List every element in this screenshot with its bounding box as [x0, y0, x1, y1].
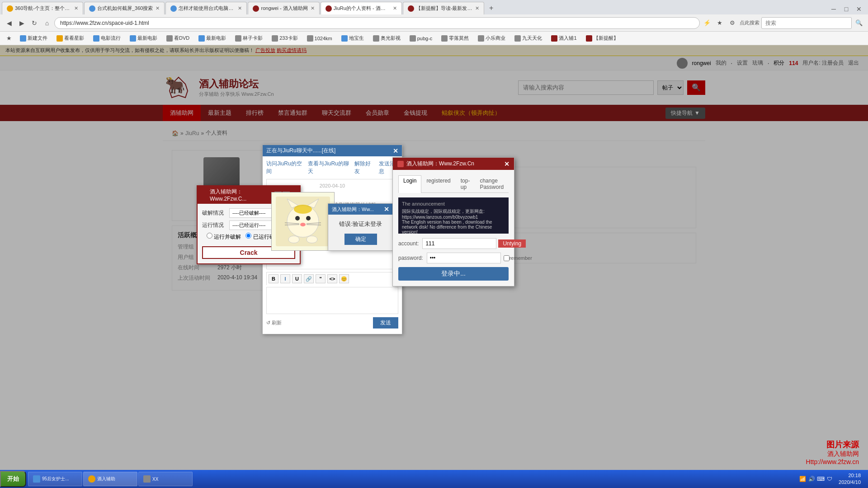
watermark-line3: Http://www.2fzw.cn: [806, 458, 859, 465]
tab-4[interactable]: rongwei - 酒入辅助网 ✕: [248, 2, 319, 14]
tab-close-4[interactable]: ✕: [311, 5, 315, 11]
login-tab-register[interactable]: registered: [421, 175, 455, 192]
chat-tool-italic[interactable]: I: [280, 274, 290, 283]
tab-close-1[interactable]: ✕: [74, 5, 78, 11]
tab-1[interactable]: 360导航-个主页：整个世界 ✕: [2, 2, 83, 14]
bookmark-new[interactable]: 新建文件: [16, 34, 51, 42]
start-button[interactable]: 开始: [0, 471, 26, 487]
bookmark-linzi[interactable]: 林子卡影: [231, 34, 266, 42]
url-input[interactable]: [54, 17, 700, 29]
chat-actions: 访问JiuRu的空间 查看与JiuRu的聊天 解除好友 发送消息: [266, 160, 398, 175]
bookmark-xiaole[interactable]: 小乐商业: [474, 34, 509, 42]
bookmark-233[interactable]: 233卡影: [268, 34, 301, 42]
search-go-icon[interactable]: 🔍: [854, 18, 864, 28]
login-title-bar: 酒入辅助网：Www.2Fzw.Cn ✕: [393, 158, 514, 170]
back-button[interactable]: ◀: [4, 18, 14, 28]
bookmark-notice[interactable]: 【新提醒】: [582, 34, 622, 42]
chat-tool-bold[interactable]: B: [269, 274, 278, 283]
svg-point-5: [306, 216, 311, 221]
tray-icon-2[interactable]: 🔊: [808, 475, 815, 483]
login-remember-checkbox[interactable]: [504, 255, 509, 261]
taskbar-browser-item[interactable]: 酒入辅助: [83, 472, 137, 486]
bookmark-geo[interactable]: 地宝生: [338, 34, 368, 42]
search-label: 点此搜索: [740, 19, 760, 26]
login-tab-login[interactable]: Login: [398, 175, 421, 193]
taskbar-app-item[interactable]: XX: [138, 472, 193, 486]
win-taskbar: 开始 95后女护士... 酒入辅助 XX 📶 🔊 ⌨ 🛡 20:18 2020/…: [0, 470, 868, 488]
login-password-input[interactable]: [427, 253, 501, 263]
bookmark-9day[interactable]: 九天天化: [511, 34, 546, 42]
svg-point-6: [300, 223, 306, 226]
tab-2[interactable]: 台式机如何截屏_360搜索 ✕: [84, 2, 165, 14]
chat-tool-link[interactable]: 🔗: [304, 274, 314, 283]
bookmark-1024[interactable]: 1024km: [303, 34, 336, 42]
bookmark-new-movie[interactable]: 最新电影: [126, 34, 161, 42]
tab-3[interactable]: 怎样才能使用台式电脑的截屏方... ✕: [165, 2, 247, 14]
forward-button[interactable]: ▶: [16, 18, 27, 28]
login-submit-button[interactable]: 登录中...: [398, 267, 509, 281]
maximize-button[interactable]: □: [841, 4, 852, 14]
bookmark-233-icon: [272, 35, 278, 42]
taskbar-news-item[interactable]: 95后女护士...: [28, 472, 82, 486]
bookmark-movie1[interactable]: 看看星影: [53, 34, 88, 42]
login-password-field: password: remember: [398, 253, 509, 263]
bookmark-notice-icon: [586, 35, 592, 42]
bookmark-dvd[interactable]: 看DVD: [163, 34, 193, 42]
visit-space-link[interactable]: 访问JiuRu的空间: [266, 160, 303, 175]
tray-icon-4[interactable]: 🛡: [826, 475, 833, 483]
refresh-button[interactable]: ↻: [29, 18, 40, 28]
cheat-radio-run-input[interactable]: [207, 233, 212, 239]
error-ok-button[interactable]: 确定: [344, 234, 377, 245]
chat-tool-code[interactable]: <>: [327, 274, 337, 283]
tab-bar: 360导航-个主页：整个世界 ✕ 台式机如何截屏_360搜索 ✕ 怎样才能使用台…: [0, 0, 868, 14]
content-area: 本站资源来自互联网用户收集发布，仅供用于学习与交流，如有侵权之处，请联系站长并出…: [0, 45, 868, 488]
view-history-link[interactable]: 查看与JiuRu的聊天: [308, 160, 350, 175]
bookmark-jiu[interactable]: 酒入辅1: [547, 34, 580, 42]
tab-5[interactable]: JiuRu的个人资料 - 酒入辅助网 ✕: [321, 2, 402, 14]
chat-input[interactable]: [266, 287, 398, 314]
login-tab-topup[interactable]: top-up: [456, 175, 475, 192]
tray-icon-3[interactable]: ⌨: [817, 475, 824, 483]
tab-close-5[interactable]: ✕: [393, 5, 397, 11]
bookmark-star-icon[interactable]: ★: [4, 33, 14, 44]
tab-close-2[interactable]: ✕: [156, 5, 160, 11]
tab-icon-3: [170, 5, 177, 12]
tab-close-3[interactable]: ✕: [238, 5, 242, 11]
untying-button[interactable]: Untying: [498, 239, 526, 248]
login-tab-changepw[interactable]: change Password: [475, 175, 509, 192]
image-window: [271, 192, 335, 251]
close-button[interactable]: ✕: [854, 4, 864, 14]
tab-close-6[interactable]: ✕: [475, 5, 479, 11]
bookmark-latest-icon: [198, 35, 205, 42]
bookmark-latest[interactable]: 最新电影: [195, 34, 230, 42]
tools-icon[interactable]: ⚙: [727, 18, 738, 28]
browser-search-input[interactable]: [761, 17, 852, 29]
chat-close-button[interactable]: ✕: [393, 147, 398, 155]
tab-6[interactable]: 【新提醒】导读-最新发布 - 九... ✕: [403, 2, 484, 14]
watermark-line2: 酒入辅助网: [806, 450, 859, 458]
login-account-input[interactable]: [422, 238, 496, 249]
remove-friend-chat-link[interactable]: 解除好友: [354, 160, 374, 175]
bookmark-zero[interactable]: 零落莫然: [438, 34, 472, 42]
chat-tool-underline[interactable]: U: [292, 274, 302, 283]
bookmark-film[interactable]: 电影流行: [90, 34, 124, 42]
minimize-button[interactable]: ─: [828, 4, 839, 14]
cheat-radio-run[interactable]: 运行并破解: [207, 233, 241, 241]
error-close-button[interactable]: ✕: [384, 206, 389, 213]
cheat-title-icon: [201, 192, 207, 198]
bookmark-pubg[interactable]: pubg-c: [406, 34, 436, 42]
chat-tool-quote[interactable]: ": [316, 274, 326, 283]
bookmark-video[interactable]: 奥光影视: [369, 34, 404, 42]
address-bar: ◀ ▶ ↻ ⌂ ⚡ ★ ⚙ 点此搜索 🔍: [0, 14, 868, 32]
rss-icon[interactable]: ⚡: [702, 18, 712, 28]
cheat-radio-already-input[interactable]: [245, 233, 251, 239]
login-close-button[interactable]: ✕: [504, 160, 509, 168]
chat-tool-emoji[interactable]: 😊: [339, 274, 349, 283]
login-tabs: Login registered top-up change Password: [398, 175, 509, 193]
new-tab-button[interactable]: +: [485, 2, 498, 14]
chat-refresh-link[interactable]: ↺ 刷新: [266, 319, 282, 326]
tray-icon-1[interactable]: 📶: [799, 475, 806, 483]
chat-send-button[interactable]: 发送: [373, 317, 398, 328]
star-icon[interactable]: ★: [714, 18, 725, 28]
home-button[interactable]: ⌂: [42, 18, 52, 28]
